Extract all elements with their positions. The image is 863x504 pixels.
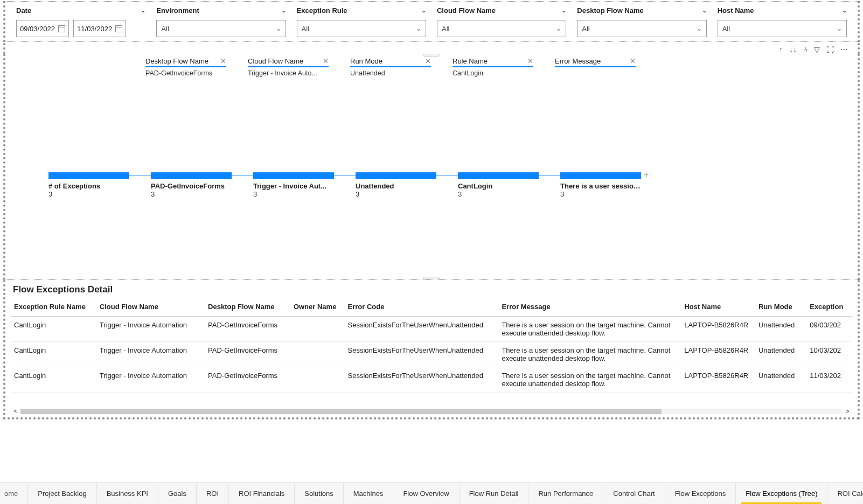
decomp-header-sub: Unattended (350, 69, 431, 77)
tab-roi-calculations[interactable]: ROI Calculations (827, 483, 863, 504)
filter-exception-rule: Exception Rule⌄ All⌄ (291, 5, 432, 37)
col-error-code[interactable]: Error Code (344, 299, 498, 317)
date-from-input[interactable]: 09/03/2022 (16, 20, 69, 37)
tab-control-chart[interactable]: Control Chart (603, 483, 665, 504)
col-exception-rule[interactable]: Exception Rule Name (11, 299, 96, 317)
decomposition-tree-visual[interactable]: Desktop Flow Name✕ PAD-GetInvoiceForms C… (3, 54, 860, 280)
drill-up-icon[interactable]: ↑ (779, 45, 783, 54)
cell-date: 09/03/202 (806, 317, 852, 342)
exception-rule-select[interactable]: All⌄ (297, 20, 426, 37)
horizontal-scrollbar[interactable]: < > (11, 408, 852, 415)
cell-owner (290, 317, 345, 342)
tab-flow-exceptions-tree-[interactable]: Flow Exceptions (Tree) (736, 483, 827, 504)
decomp-node-value: 3 (560, 190, 641, 198)
tab-machines[interactable]: Machines (344, 483, 394, 504)
cell-mode: Unattended (755, 342, 806, 367)
cell-rule: CantLogin (11, 342, 96, 367)
splitter-handle[interactable] (423, 54, 440, 57)
col-error-message[interactable]: Error Message (498, 299, 681, 317)
desktop-flow-select[interactable]: All⌄ (577, 20, 706, 37)
environment-select[interactable]: All⌄ (156, 20, 286, 37)
chevron-down-icon[interactable]: ⌄ (141, 7, 145, 14)
decomp-node[interactable]: PAD-GetInvoiceForms 3 (151, 172, 232, 198)
scroll-thumb[interactable] (20, 409, 662, 414)
tab-flow-exceptions[interactable]: Flow Exceptions (665, 483, 736, 504)
tab-flow-run-detail[interactable]: Flow Run Detail (460, 483, 529, 504)
decomp-node[interactable]: Unattended 3 (356, 172, 436, 198)
tab-roi-financials[interactable]: ROI Financials (229, 483, 295, 504)
tab-project-backlog[interactable]: Project Backlog (28, 483, 96, 504)
decomp-node-value: 3 (356, 190, 436, 198)
filter-environment-label: Environment (156, 6, 199, 15)
table-row[interactable]: CantLoginTrigger - Invoice AutomationPAD… (11, 367, 852, 393)
chevron-down-icon[interactable]: ⌄ (702, 7, 707, 14)
col-owner[interactable]: Owner Name (290, 299, 345, 317)
cell-msg: There is a user session on the target ma… (498, 317, 681, 342)
focus-mode-icon[interactable]: ⛶ (826, 45, 834, 54)
filter-host: Host Name⌄ All⌄ (712, 5, 852, 37)
cloud-flow-select[interactable]: All⌄ (437, 20, 566, 37)
decomp-header-title: Error Message (555, 57, 601, 65)
tab-roi[interactable]: ROI (197, 483, 229, 504)
filter-host-label: Host Name (718, 6, 754, 15)
table-row[interactable]: CantLoginTrigger - Invoice AutomationPAD… (11, 317, 852, 342)
tab-run-performance[interactable]: Run Performance (528, 483, 603, 504)
chevron-down-icon[interactable]: ⌄ (842, 7, 847, 14)
decomp-bar (253, 172, 334, 179)
decomp-connector (334, 176, 356, 176)
scroll-track[interactable] (20, 409, 843, 414)
tab-business-kpi[interactable]: Business KPI (97, 483, 158, 504)
host-value: All (722, 25, 730, 33)
chevron-down-icon: ⌄ (697, 25, 702, 32)
expand-hierarchy-icon[interactable]: ⑃ (803, 45, 808, 54)
col-exception-date[interactable]: Exception (806, 299, 852, 317)
decomp-header-title: Rule Name (453, 57, 488, 65)
decomp-header: Error Message✕ (555, 57, 636, 77)
date-to-input[interactable]: 11/03/2022 (73, 20, 126, 37)
table-row[interactable]: CantLoginTrigger - Invoice AutomationPAD… (11, 342, 852, 367)
chevron-down-icon[interactable]: ⌄ (281, 7, 286, 14)
decomp-node-label: CantLogin (458, 182, 539, 190)
filter-bar: Date⌄ 09/03/2022 11/03/2022 Environment⌄… (3, 1, 860, 42)
calendar-icon (115, 25, 122, 32)
flow-exceptions-detail-visual: Flow Exceptions Detail Exception Rule Na… (3, 280, 860, 419)
close-icon[interactable]: ✕ (527, 57, 533, 65)
col-run-mode[interactable]: Run Mode (755, 299, 806, 317)
decomp-node[interactable]: CantLogin 3 (458, 172, 539, 198)
close-icon[interactable]: ✕ (220, 57, 226, 65)
chevron-down-icon[interactable]: ⌄ (561, 7, 566, 14)
close-icon[interactable]: ✕ (425, 57, 431, 65)
cell-mode: Unattended (755, 367, 806, 393)
decomp-header: Rule Name✕ CantLogin (453, 57, 533, 77)
decomp-bar (560, 172, 641, 179)
tab-goals[interactable]: Goals (158, 483, 197, 504)
cell-rule: CantLogin (11, 367, 96, 393)
detail-title: Flow Exceptions Detail (13, 284, 852, 295)
col-host[interactable]: Host Name (681, 299, 755, 317)
cell-code: SessionExistsForTheUserWhenUnattended (344, 367, 498, 393)
decomp-bar (458, 172, 539, 179)
tab-truncated[interactable]: ome (0, 483, 28, 504)
filter-icon[interactable]: ▽ (814, 45, 820, 54)
host-select[interactable]: All⌄ (718, 20, 847, 37)
more-options-icon[interactable]: ⋯ (840, 45, 848, 54)
decomp-node[interactable]: There is a user session ... 3 (560, 172, 641, 198)
scroll-right-icon[interactable]: > (843, 408, 852, 415)
chevron-down-icon[interactable]: ⌄ (421, 7, 426, 14)
tab-flow-overview[interactable]: Flow Overview (393, 483, 459, 504)
calendar-icon (58, 25, 65, 32)
col-cloud-flow[interactable]: Cloud Flow Name (96, 299, 205, 317)
tab-solutions[interactable]: Solutions (295, 483, 343, 504)
cell-owner (290, 342, 345, 367)
col-desktop-flow[interactable]: Desktop Flow Name (205, 299, 290, 317)
cell-cloud: Trigger - Invoice Automation (96, 317, 205, 342)
decomp-node-root[interactable]: # of Exceptions 3 (48, 172, 129, 198)
drill-down-icon[interactable]: ↓↓ (789, 45, 797, 54)
scroll-left-icon[interactable]: < (11, 408, 20, 415)
decomp-node[interactable]: Trigger - Invoice Aut... 3 (253, 172, 334, 198)
add-level-icon[interactable]: + (644, 170, 649, 180)
cell-msg: There is a user session on the target ma… (498, 342, 681, 367)
close-icon[interactable]: ✕ (323, 57, 329, 65)
decomp-connector (539, 176, 560, 176)
close-icon[interactable]: ✕ (630, 57, 636, 65)
